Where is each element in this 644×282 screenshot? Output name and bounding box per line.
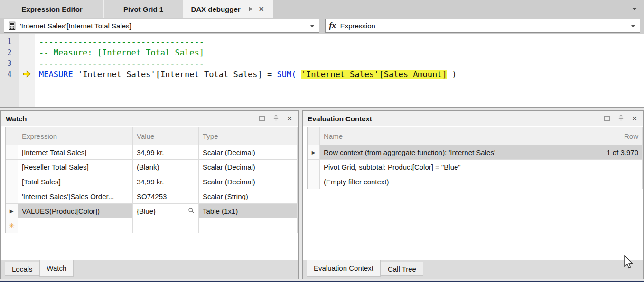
- watch-row[interactable]: [Total Sales]34,99 kr.Scalar (Decimal): [6, 174, 298, 189]
- tool-panels: Watch ✕ ExpressionValueType[Internet Tot…: [0, 110, 644, 279]
- pin-icon[interactable]: [272, 115, 280, 122]
- watch-panel-tab-locals[interactable]: Locals: [5, 262, 39, 276]
- header-gutter-cell: [308, 127, 320, 145]
- watch-expression-cell[interactable]: [Internet Total Sales]: [18, 145, 133, 160]
- watch-panel-title: Watch: [6, 115, 258, 123]
- watch-type-cell[interactable]: [199, 218, 298, 233]
- dax-debugger-window: Expression EditorPivot Grid 1DAX debugge…: [0, 0, 644, 282]
- context-row[interactable]: Pivot Grid, subtotal: Product[Color] = "…: [308, 160, 643, 174]
- code-line[interactable]: ----------------------------------: [39, 58, 644, 69]
- watch-value-cell[interactable]: 34,99 kr.: [133, 174, 199, 189]
- watch-header-row: ExpressionValueType: [6, 127, 298, 145]
- row-indicator-cell[interactable]: [6, 160, 18, 174]
- chevron-down-icon[interactable]: [631, 25, 635, 27]
- row-indicator-cell[interactable]: [6, 189, 18, 204]
- tab-list-chevron-down-icon[interactable]: [632, 8, 637, 10]
- maximize-icon[interactable]: [258, 115, 266, 122]
- watch-row[interactable]: [Internet Total Sales]34,99 kr.Scalar (D…: [6, 145, 298, 160]
- watch-expression-cell[interactable]: VALUES(Product[Color]): [18, 204, 133, 218]
- document-tab-expression-editor[interactable]: Expression Editor: [0, 0, 104, 18]
- context-row[interactable]: ▶Row context (from aggregate function): …: [308, 145, 643, 160]
- watch-panel-titlebar: Watch ✕: [1, 111, 298, 126]
- code-line[interactable]: ----------------------------------: [39, 36, 644, 47]
- context-name-cell[interactable]: Row context (from aggregate function): '…: [320, 145, 557, 160]
- watch-type-cell[interactable]: Scalar (Decimal): [199, 174, 298, 189]
- magnifier-icon[interactable]: [188, 207, 195, 215]
- watch-expression-cell[interactable]: [Total Sales]: [18, 174, 133, 189]
- fx-icon: fx: [329, 21, 336, 30]
- watch-type-cell[interactable]: Scalar (Decimal): [199, 160, 298, 174]
- expression-combobox-value: Expression: [340, 22, 375, 30]
- code-segment-keyword: MEASURE: [39, 70, 73, 79]
- column-header-type: Type: [199, 127, 298, 145]
- line-number: 1: [0, 36, 19, 47]
- watch-row[interactable]: [Reseller Total Sales](Blank)Scalar (Dec…: [6, 160, 298, 174]
- row-indicator-cell[interactable]: [308, 174, 320, 189]
- context-row-cell[interactable]: 1 of 3.970: [557, 145, 643, 160]
- row-indicator-cell[interactable]: [6, 174, 18, 189]
- close-icon[interactable]: ✕: [286, 115, 293, 122]
- row-indicator-cell[interactable]: ▶: [308, 145, 320, 160]
- chevron-down-icon[interactable]: [310, 25, 314, 27]
- watch-value-cell[interactable]: 34,99 kr.: [133, 145, 199, 160]
- context-panel-tab-evaluation-context[interactable]: Evaluation Context: [307, 260, 381, 277]
- document-tab-pivot-grid-1[interactable]: Pivot Grid 1: [104, 0, 183, 18]
- close-icon[interactable]: ✕: [258, 5, 265, 13]
- line-number: 2: [0, 47, 19, 58]
- maximize-icon[interactable]: [603, 115, 611, 122]
- context-name-cell[interactable]: (Empty filter context): [320, 174, 557, 189]
- new-row-star-icon: ✳: [9, 221, 15, 230]
- watch-panel-tab-watch[interactable]: Watch: [39, 260, 74, 277]
- watch-type-cell[interactable]: Scalar (String): [199, 189, 298, 204]
- watch-type-cell[interactable]: Table (1x1): [199, 204, 298, 218]
- code-editor[interactable]: 1234 -----------------------------------…: [0, 34, 644, 108]
- watch-value-text: 34,99 kr.: [137, 148, 164, 156]
- marker-slot: [19, 58, 35, 69]
- context-panel-tab-call-tree[interactable]: Call Tree: [381, 262, 423, 276]
- context-name-cell[interactable]: Pivot Grid, subtotal: Product[Color] = "…: [320, 160, 557, 174]
- marker-slot: [19, 47, 35, 58]
- line-number: 3: [0, 58, 19, 69]
- watch-value-cell[interactable]: SO74253: [133, 189, 199, 204]
- context-row[interactable]: (Empty filter context): [308, 174, 643, 189]
- breakpoint-margin[interactable]: [19, 34, 35, 107]
- row-indicator-cell[interactable]: ▶: [6, 204, 18, 218]
- watch-expression-cell[interactable]: 'Internet Sales'[Sales Order...: [18, 189, 133, 204]
- marker-slot: [19, 36, 35, 47]
- watch-type-cell[interactable]: Scalar (Decimal): [199, 145, 298, 160]
- context-table: NameRow▶Row context (from aggregate func…: [307, 127, 643, 189]
- watch-value-cell[interactable]: {Blue}: [133, 204, 199, 218]
- calculator-icon: [8, 22, 16, 29]
- code-segment-plain: [296, 70, 301, 79]
- watch-value-cell[interactable]: [133, 218, 199, 233]
- watch-row[interactable]: ▶VALUES(Product[Color]){Blue}Table (1x1): [6, 204, 298, 218]
- pin-icon[interactable]: [245, 5, 253, 13]
- context-row-cell[interactable]: [557, 160, 643, 174]
- watch-expression-cell[interactable]: [18, 218, 133, 233]
- current-statement-marker: [19, 69, 35, 80]
- watch-row[interactable]: ✳: [6, 218, 298, 233]
- watch-expression-cell[interactable]: [Reseller Total Sales]: [18, 160, 133, 174]
- row-indicator-cell[interactable]: ✳: [6, 218, 18, 233]
- expression-combobox[interactable]: fx Expression: [325, 19, 641, 33]
- code-line[interactable]: MEASURE 'Internet Sales'[Internet Total …: [39, 69, 644, 80]
- column-header-row: Row: [557, 127, 643, 145]
- column-header-expression: Expression: [18, 127, 133, 145]
- context-row-cell[interactable]: [557, 174, 643, 189]
- evaluation-context-panel: Evaluation Context ✕ NameRow▶Row context…: [302, 110, 644, 279]
- document-tab-dax-debugger[interactable]: DAX debugger✕: [183, 0, 273, 18]
- code-segment-comment: ----------------------------------: [39, 37, 204, 46]
- yellow-arrow-icon: [23, 70, 31, 80]
- watch-row[interactable]: 'Internet Sales'[Sales Order...SO74253Sc…: [6, 189, 298, 204]
- current-row-arrow-icon: ▶: [10, 209, 14, 214]
- measure-combobox[interactable]: 'Internet Sales'[Internet Total Sales]: [4, 19, 319, 33]
- row-indicator-cell[interactable]: [308, 160, 320, 174]
- close-icon[interactable]: ✕: [631, 115, 638, 122]
- measure-combobox-value: 'Internet Sales'[Internet Total Sales]: [20, 22, 131, 30]
- code-line[interactable]: -- Measure: [Internet Total Sales]: [39, 47, 644, 58]
- row-indicator-cell[interactable]: [6, 145, 18, 160]
- watch-panel-tabstrip: LocalsWatch: [1, 260, 298, 279]
- watch-value-cell[interactable]: (Blank): [133, 160, 199, 174]
- pin-icon[interactable]: [617, 115, 625, 122]
- code-area[interactable]: ------------------------------------ Mea…: [35, 34, 644, 107]
